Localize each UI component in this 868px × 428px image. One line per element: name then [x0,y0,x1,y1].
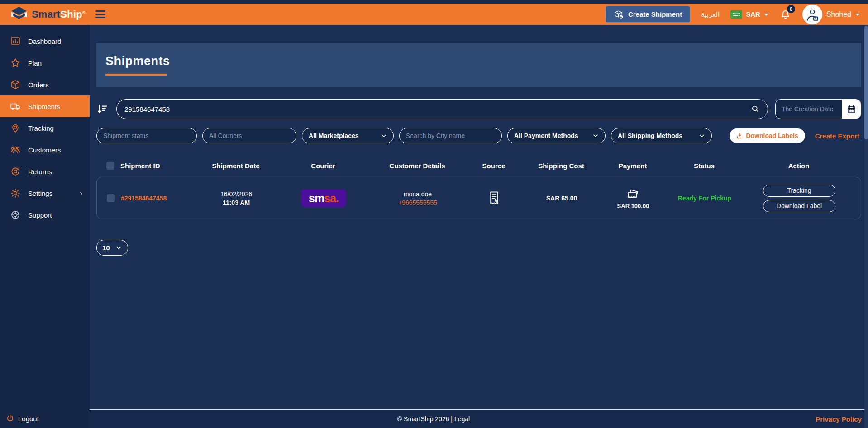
sidebar-item-tracking[interactable]: Tracking [0,117,90,139]
currency-selector[interactable]: SAR [730,10,768,19]
shipment-status-filter [96,128,197,143]
gear-icon [10,188,21,199]
sidebar-item-customers[interactable]: Customers [0,139,90,161]
city-filter [399,128,502,143]
sidebar-item-orders[interactable]: Orders [0,74,90,95]
search-icon[interactable] [751,105,760,114]
sidebar-item-support[interactable]: Support [0,204,90,226]
sidebar-item-plan[interactable]: Plan [0,52,90,74]
logout-button[interactable]: Logout [0,409,90,428]
menu-icon[interactable] [95,10,105,18]
page-header-band: Shipments [96,43,861,87]
dashboard-icon [10,36,21,47]
sidebar-item-label: Shipments [28,103,60,110]
chevron-down-icon [699,133,705,139]
column-header: Payment [594,162,671,170]
top-bar: SmartShip® Create Shipment العربية SAR [0,4,868,25]
user-menu[interactable]: Shahed [802,5,860,24]
shipment-status-input[interactable] [103,132,190,139]
download-labels-button[interactable]: Download Labels [730,128,805,143]
cash-icon [625,187,641,201]
shipment-row: #291584647458 16/02/2026 11:03 AM smsa. … [96,177,861,219]
shipment-date: 16/02/2026 [220,190,252,198]
customer-phone[interactable]: +9665555555 [398,199,437,206]
create-export-link[interactable]: Create Export [815,132,859,140]
footer: © SmartShip 2026 | Legal Privacy Policy [90,409,868,428]
column-header: Customer Details [375,162,459,170]
creation-date-input[interactable] [776,100,842,119]
brand-logo[interactable]: SmartShip® [10,7,86,22]
chevron-down-icon [592,133,599,139]
box-icon [10,79,21,90]
column-header: Shipping Cost [528,162,594,170]
scrollbar-thumb[interactable] [864,26,868,139]
download-icon [736,133,743,139]
marketplaces-value: All Marketplaces [309,132,359,139]
people-icon [10,144,21,155]
page-title: Shipments [105,54,861,68]
privacy-policy-link[interactable]: Privacy Policy [816,415,868,423]
column-header: Shipment Date [200,162,271,170]
avatar [802,5,822,24]
language-switch[interactable]: العربية [701,10,720,19]
tracking-button[interactable]: Tracking [763,185,835,197]
sort-icon[interactable] [96,103,109,115]
shipment-id-link[interactable]: #291584647458 [121,195,167,202]
page-size-select[interactable]: 10 [96,240,128,256]
payment-amount: SAR 100.00 [617,203,649,209]
sidebar-item-returns[interactable]: Returns [0,161,90,182]
column-header: Shipment ID [120,162,160,170]
create-shipment-button[interactable]: Create Shipment [606,6,690,23]
search-input[interactable] [124,105,751,113]
sidebar-item-label: Customers [28,146,61,154]
payment-methods-select[interactable]: All Payment Methods [507,128,606,143]
avatar-icon [805,7,820,22]
sidebar-item-label: Tracking [28,124,54,132]
column-header: Status [671,162,737,170]
user-name: Shahed [826,10,851,19]
calendar-button[interactable] [842,100,861,119]
legal-link[interactable]: Legal [454,415,470,423]
sidebar-item-label: Settings [28,190,52,197]
download-labels-label: Download Labels [746,132,798,139]
star-icon [10,57,21,68]
city-input[interactable] [406,132,495,139]
chevron-down-icon [764,14,768,16]
shipping-cost: SAR 65.00 [546,195,577,202]
column-header: Source [459,162,528,170]
creation-date-box [775,99,861,119]
brand-name: SmartShip® [32,9,86,20]
table-header: Shipment ID Shipment Date Courier Custom… [96,162,861,170]
column-header: Courier [271,162,375,170]
smartship-logo-icon [10,7,28,22]
select-all-checkbox[interactable] [106,162,114,170]
shipping-methods-select[interactable]: All Shipping Methods [611,128,712,143]
column-header: Action [737,162,860,170]
truck-icon [10,101,21,112]
sidebar: Dashboard Plan Orders Shipments Tracking [0,25,90,428]
return-box-icon [10,166,21,177]
chevron-down-icon [115,244,122,251]
lifebuoy-icon [10,209,21,220]
download-label-button[interactable]: Download Label [763,200,835,212]
couriers-input[interactable] [209,132,290,139]
sidebar-item-settings[interactable]: Settings › [0,182,90,204]
main-content: Shipments [90,25,868,428]
sidebar-item-label: Returns [28,168,52,176]
source-document-icon[interactable] [486,190,502,206]
box-plus-icon [614,10,624,19]
page-size-value: 10 [102,244,110,252]
shipment-time: 11:03 AM [223,199,250,206]
sidebar-item-shipments[interactable]: Shipments [0,95,90,117]
sidebar-item-dashboard[interactable]: Dashboard [0,30,90,52]
marketplaces-select[interactable]: All Marketplaces [302,128,394,143]
sidebar-item-label: Support [28,211,52,219]
chevron-down-icon [855,14,860,16]
scrollbar-track[interactable] [864,25,868,428]
customer-name: mona doe [404,190,432,198]
courier-logo-smsa: smsa. [301,189,346,207]
row-checkbox[interactable] [107,194,115,202]
top-strip [0,0,868,4]
notifications-button[interactable]: 0 [779,8,792,20]
logout-label: Logout [18,415,39,423]
